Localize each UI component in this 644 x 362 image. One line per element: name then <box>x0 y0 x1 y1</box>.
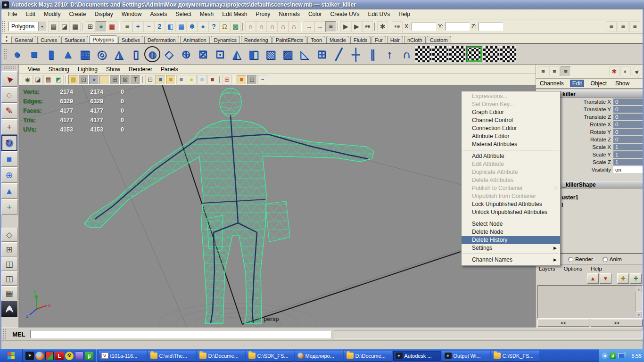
channel-value-field[interactable]: 1 <box>613 144 643 150</box>
input-node-item[interactable]: uster1 <box>561 194 644 202</box>
layout-four-view-icon[interactable]: ⊞ <box>1 242 17 256</box>
manip-display-slow-icon[interactable]: ≡ <box>538 66 548 76</box>
save-scene-icon[interactable]: ▦ <box>70 21 81 32</box>
context-menu-item[interactable]: Delete Node <box>462 228 560 236</box>
maya-quicklaunch-icon[interactable]: ✶ <box>25 352 34 360</box>
menu-item[interactable]: Mesh <box>196 10 218 18</box>
poly-wedge-icon[interactable]: ◭ <box>228 45 245 63</box>
poly-mirror-icon[interactable]: ◧ <box>245 45 262 63</box>
snap-mode-dropdown-icon[interactable]: ▾⊕ <box>392 21 403 32</box>
input-connections-icon[interactable]: → <box>304 21 314 32</box>
render-view-icon[interactable]: ▶ <box>340 21 351 32</box>
texture-borders-icon[interactable]: ⊡ <box>247 75 257 84</box>
poly-torus-icon[interactable]: ◎ <box>93 45 110 63</box>
sep[interactable] <box>81 21 85 32</box>
set-keys-icon[interactable]: ✱ <box>609 66 619 76</box>
poly-extrude-icon[interactable]: ↑ <box>381 45 398 63</box>
mel-command-input[interactable] <box>30 330 331 338</box>
taskbar-window-button[interactable]: D:\Docume... <box>344 351 392 361</box>
snap-to-grids-icon[interactable]: ∩ <box>245 21 256 32</box>
manip-display-fast-icon[interactable]: ≡ <box>561 66 571 76</box>
smooth-shade-icon[interactable]: ■ <box>156 75 165 84</box>
snowflake-icon[interactable]: ❄ <box>187 21 198 32</box>
poly-quadrangulate-icon[interactable]: ⊞ <box>313 45 330 63</box>
shelf-tab[interactable]: Hair <box>387 36 403 43</box>
uv-checker-1-icon[interactable] <box>415 46 431 62</box>
shelf-tab[interactable]: Curves <box>37 36 60 43</box>
menu-item[interactable]: Color <box>304 10 326 18</box>
channel-value-field[interactable]: 0 <box>613 121 643 128</box>
snap-to-planes-icon[interactable]: ∩ <box>278 21 289 32</box>
poly-cube-icon[interactable]: ■ <box>25 45 42 63</box>
render-current-icon[interactable]: ▶ <box>351 21 362 32</box>
context-menu-item[interactable]: Set Driven Key... <box>462 100 560 108</box>
sep[interactable] <box>373 21 377 32</box>
purple-app-quicklaunch-icon[interactable] <box>75 352 83 360</box>
selection-mask-icon[interactable]: ≡ <box>122 21 132 32</box>
context-menu-item[interactable]: Expressions... <box>462 92 560 100</box>
shelf-tab[interactable]: Fur <box>372 36 386 43</box>
radio-button-icon[interactable] <box>568 257 573 262</box>
y-coordinate-input[interactable] <box>445 23 470 31</box>
panel-menu-item[interactable]: Lighting <box>74 66 102 73</box>
menu-item[interactable]: Normals <box>274 10 304 18</box>
poly-plane-icon[interactable]: ▦ <box>76 45 93 63</box>
sep[interactable] <box>64 75 68 84</box>
utorrent-quicklaunch-icon[interactable]: µ <box>85 352 93 360</box>
chevron-down-icon[interactable]: ▼ <box>38 22 46 31</box>
image-plane-icon[interactable]: ◩ <box>54 75 64 84</box>
shelf-tab[interactable]: Animation <box>180 36 210 43</box>
xray-joints-icon[interactable]: ⊞ <box>222 75 232 84</box>
layers-menu-item[interactable]: Layers <box>539 266 555 272</box>
sep[interactable] <box>299 21 304 32</box>
output-connections-icon[interactable]: → <box>314 21 325 32</box>
shelf-tab[interactable]: Toon <box>307 36 325 43</box>
channel-box-tab[interactable]: Channels <box>537 80 566 87</box>
menu-item[interactable]: Edit UVs <box>364 10 395 18</box>
drag-handle[interactable] <box>1 21 5 32</box>
universal-manipulator-tool[interactable]: ⊕ <box>1 167 17 183</box>
poly-crease-icon[interactable]: ▨ <box>279 45 296 63</box>
context-menu-item[interactable]: Delete History <box>462 236 560 244</box>
safe-title-icon[interactable]: T <box>131 75 140 84</box>
x-coordinate-input[interactable] <box>412 23 436 31</box>
shelf-tab[interactable]: Deformation <box>144 36 179 43</box>
shelf-tab[interactable]: Subdivs <box>118 36 143 43</box>
start-button[interactable] <box>0 349 23 362</box>
poly-cylinder-icon[interactable]: ▮ <box>42 45 59 63</box>
snap-plus-icon[interactable]: + <box>132 21 143 32</box>
channel-value-field[interactable]: 1 <box>613 159 643 165</box>
panel-menu-item[interactable]: Shading <box>44 66 74 73</box>
channel-value-field[interactable]: on <box>613 166 643 173</box>
safe-action-icon[interactable]: ⊠ <box>120 75 130 84</box>
sep[interactable] <box>141 75 145 84</box>
move-tool[interactable]: + <box>1 119 17 135</box>
taskbar-window-button[interactable]: C:\SDK_FS... <box>491 351 539 361</box>
lasso-select-tool[interactable]: ◌ <box>1 87 17 103</box>
input-node-item[interactable]: l <box>561 202 644 209</box>
shelf-tab[interactable]: Dynamics <box>211 36 240 43</box>
context-menu-item[interactable]: Publish to Container □ <box>462 184 560 192</box>
context-menu-item[interactable]: Connection Editor <box>462 124 560 132</box>
taskbar-window-button[interactable]: ✶ Output Wi... <box>442 351 490 361</box>
new-scene-icon[interactable]: ▤ <box>48 21 59 32</box>
context-menu-item[interactable]: Graph Editor <box>462 108 560 116</box>
shelf-tab[interactable]: Custom <box>427 36 451 43</box>
taskbar-window-button[interactable]: Моделиро... <box>295 351 343 361</box>
lock-icon[interactable]: Ω <box>219 21 230 32</box>
select-object-icon[interactable]: ● <box>96 21 107 32</box>
soft-modification-tool[interactable]: ▲ <box>1 183 17 199</box>
context-menu-item[interactable]: Delete Attributes <box>462 176 560 184</box>
split-polygon-icon[interactable]: ┼ <box>347 45 364 63</box>
channel-value-field[interactable]: 1 <box>613 151 643 158</box>
layout-single-persp-icon[interactable]: ◇ <box>1 228 17 242</box>
xray-icon[interactable]: ■ <box>207 75 217 84</box>
select-hierarchy-icon[interactable]: ⊞ <box>85 21 96 32</box>
taskbar-window-button[interactable]: C:\vid\The... <box>148 351 196 361</box>
panel-menu-item[interactable]: Renderer <box>124 66 157 73</box>
field-chart-icon[interactable]: ⊞ <box>110 75 120 84</box>
selection-mode-dropdown[interactable]: Polygons ▼ <box>8 22 46 31</box>
color-squares-quicklaunch-icon[interactable] <box>45 352 54 360</box>
layer-radio-option[interactable]: Anim <box>603 256 622 262</box>
open-scene-icon[interactable]: ◪ <box>59 21 70 32</box>
